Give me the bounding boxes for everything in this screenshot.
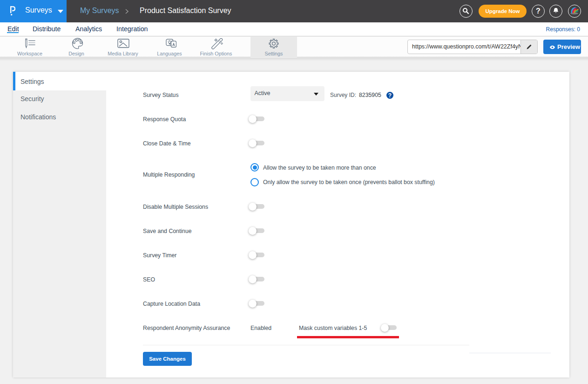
svg-text:?: ? bbox=[388, 92, 392, 99]
